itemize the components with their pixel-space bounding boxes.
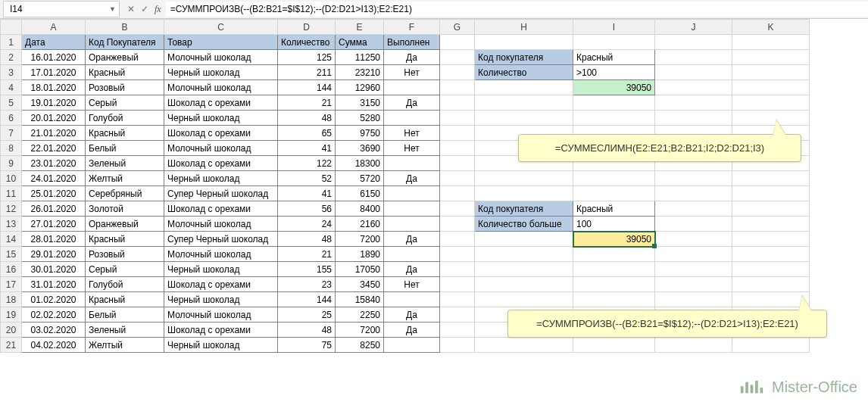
cell-J21[interactable] [655, 338, 732, 353]
cell-I21[interactable] [573, 338, 655, 353]
cell-J13[interactable] [655, 217, 732, 232]
cell-C15[interactable]: Молочный шоколад [164, 247, 278, 262]
cell-H1[interactable] [475, 35, 573, 50]
row-header[interactable]: 5 [1, 95, 22, 111]
cell-K10[interactable] [732, 171, 810, 186]
cell-G3[interactable] [440, 65, 475, 80]
cell-D1[interactable]: Количество [278, 35, 336, 50]
cell-I11[interactable] [573, 186, 655, 201]
cell-E19[interactable]: 2250 [336, 307, 384, 323]
cell-H11[interactable] [475, 186, 573, 201]
cell-A4[interactable]: 18.01.2020 [22, 80, 86, 95]
cell-F14[interactable]: Да [384, 232, 440, 247]
cell-D17[interactable]: 23 [278, 277, 336, 292]
cell-G5[interactable] [440, 95, 475, 111]
cell-D3[interactable]: 211 [278, 65, 336, 80]
cell-G6[interactable] [440, 111, 475, 126]
cell-E2[interactable]: 11250 [336, 50, 384, 65]
cell-C4[interactable]: Молочный шоколад [164, 80, 278, 95]
cell-K13[interactable] [732, 217, 810, 232]
cell-K4[interactable] [732, 80, 810, 95]
cell-H2[interactable]: Код покупателя [475, 50, 573, 65]
cell-H14[interactable] [475, 232, 573, 247]
cell-I12[interactable]: Красный [573, 201, 655, 217]
cell-F20[interactable]: Да [384, 323, 440, 338]
cell-D20[interactable]: 48 [278, 323, 336, 338]
cell-B20[interactable]: Зеленый [86, 323, 164, 338]
cell-F5[interactable]: Да [384, 95, 440, 111]
row-header[interactable]: 6 [1, 111, 22, 126]
cell-F7[interactable]: Нет [384, 126, 440, 141]
spreadsheet-grid[interactable]: ABCDEFGHIJK 1ДатаКод ПокупателяТоварКоли… [0, 19, 868, 353]
cell-E8[interactable]: 3690 [336, 141, 384, 156]
cell-E18[interactable]: 15840 [336, 292, 384, 307]
cell-I13[interactable]: 100 [573, 217, 655, 232]
cell-K5[interactable] [732, 95, 810, 111]
cell-A9[interactable]: 23.01.2020 [22, 156, 86, 171]
cell-D14[interactable]: 48 [278, 232, 336, 247]
cell-F16[interactable]: Да [384, 262, 440, 277]
cell-D6[interactable]: 48 [278, 111, 336, 126]
cell-A11[interactable]: 25.01.2020 [22, 186, 86, 201]
cell-C8[interactable]: Молочный шоколад [164, 141, 278, 156]
cell-F1[interactable]: Выполнен [384, 35, 440, 50]
cell-E6[interactable]: 5280 [336, 111, 384, 126]
cell-F8[interactable]: Нет [384, 141, 440, 156]
cell-J2[interactable] [655, 50, 732, 65]
cell-J3[interactable] [655, 65, 732, 80]
cell-G2[interactable] [440, 50, 475, 65]
cell-F17[interactable]: Нет [384, 277, 440, 292]
row-header[interactable]: 15 [1, 247, 22, 262]
cell-E13[interactable]: 2160 [336, 217, 384, 232]
cell-I6[interactable] [573, 111, 655, 126]
cell-C17[interactable]: Шоколад с орехами [164, 277, 278, 292]
column-header-I[interactable]: I [573, 20, 655, 35]
row-header[interactable]: 11 [1, 186, 22, 201]
column-header-F[interactable]: F [384, 20, 440, 35]
cell-K3[interactable] [732, 65, 810, 80]
cell-F9[interactable] [384, 156, 440, 171]
cell-C21[interactable]: Черный шоколад [164, 338, 278, 353]
name-box[interactable]: I14 ▼ [3, 1, 120, 17]
cell-H15[interactable] [475, 247, 573, 262]
cell-J10[interactable] [655, 171, 732, 186]
cell-G7[interactable] [440, 126, 475, 141]
column-header-D[interactable]: D [278, 20, 336, 35]
cell-A8[interactable]: 22.01.2020 [22, 141, 86, 156]
cell-E7[interactable]: 9750 [336, 126, 384, 141]
column-header-J[interactable]: J [655, 20, 732, 35]
cell-D15[interactable]: 21 [278, 247, 336, 262]
cell-I18[interactable] [573, 292, 655, 307]
cell-G17[interactable] [440, 277, 475, 292]
row-header[interactable]: 17 [1, 277, 22, 292]
row-header[interactable]: 4 [1, 80, 22, 95]
cell-B14[interactable]: Красный [86, 232, 164, 247]
cell-F11[interactable] [384, 186, 440, 201]
cell-E21[interactable]: 8250 [336, 338, 384, 353]
cell-K6[interactable] [732, 111, 810, 126]
cell-F10[interactable]: Да [384, 171, 440, 186]
cell-D5[interactable]: 21 [278, 95, 336, 111]
cell-H17[interactable] [475, 277, 573, 292]
cell-A6[interactable]: 20.01.2020 [22, 111, 86, 126]
cell-B13[interactable]: Оранжевый [86, 217, 164, 232]
cell-I15[interactable] [573, 247, 655, 262]
cell-G1[interactable] [440, 35, 475, 50]
cell-F13[interactable] [384, 217, 440, 232]
cell-J18[interactable] [655, 292, 732, 307]
cell-H21[interactable] [475, 338, 573, 353]
enter-icon[interactable]: ✓ [141, 4, 148, 14]
cell-C20[interactable]: Шоколад с орехами [164, 323, 278, 338]
cell-D21[interactable]: 75 [278, 338, 336, 353]
row-header[interactable]: 1 [1, 35, 22, 50]
cell-H6[interactable] [475, 111, 573, 126]
row-header[interactable]: 13 [1, 217, 22, 232]
cell-F19[interactable]: Да [384, 307, 440, 323]
cell-C18[interactable]: Черный шоколад [164, 292, 278, 307]
cell-D13[interactable]: 24 [278, 217, 336, 232]
cell-E9[interactable]: 18300 [336, 156, 384, 171]
cell-A15[interactable]: 29.01.2020 [22, 247, 86, 262]
cell-J1[interactable] [655, 35, 732, 50]
cell-I4[interactable]: 39050 [573, 80, 655, 95]
cell-A7[interactable]: 21.01.2020 [22, 126, 86, 141]
